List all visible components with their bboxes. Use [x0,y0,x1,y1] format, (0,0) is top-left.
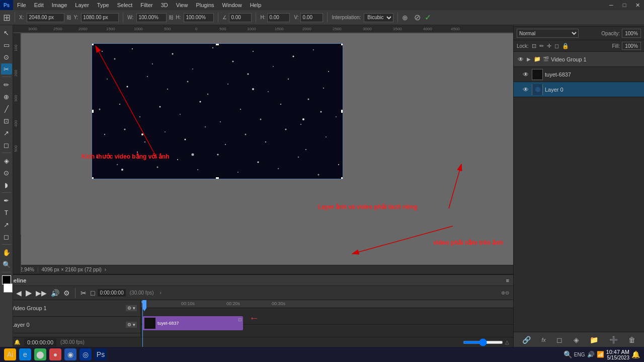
menu-image[interactable]: Image [48,0,71,10]
zoom-tool[interactable]: 🔍 [1,259,12,270]
clip-options-tuyet[interactable]: ⊡ [238,317,242,322]
timeline-convert-button[interactable]: □ [90,289,96,297]
timeline-settings-button[interactable]: ⚙ [62,289,71,297]
timeline-zoom-in-icon[interactable]: △ [505,339,509,345]
h-skew-input[interactable] [267,13,290,22]
timeline-mute-icon[interactable]: 🔔 [14,339,20,345]
lock-position-icon[interactable]: ✛ [547,43,551,49]
taskbar-notification-icon[interactable]: 🔔 [631,350,640,358]
playhead-line[interactable] [142,300,143,347]
taskbar-wifi-icon[interactable]: 📶 [597,351,604,358]
transform-handle-ml[interactable] [92,109,94,113]
layer-mask-button[interactable]: ◻ [555,335,564,345]
cancel-transform-icon[interactable]: ⊘ [414,13,421,22]
transform-handle-tl[interactable] [92,43,94,46]
taskbar-icon-illustrator[interactable]: Ai [4,348,16,360]
opacity-input[interactable] [622,29,641,38]
timeline-trim-button[interactable]: ✂ [79,289,88,297]
menu-type[interactable]: Type [93,0,113,10]
lock-brush-icon[interactable]: ✏ [539,43,544,49]
menu-layer[interactable]: Layer [71,0,93,10]
angle-input[interactable] [229,13,252,22]
confirm-transform-icon[interactable]: ✓ [425,13,431,22]
taskbar-icon-app4[interactable]: ● [49,348,61,360]
history-brush-tool[interactable]: ↗ [1,127,12,138]
x-input[interactable] [27,13,64,22]
timeline-collapse-icon[interactable]: ≡ [506,277,509,283]
lock-checkerboard-icon[interactable]: ⊡ [532,43,536,49]
layer-item-tuyet[interactable]: 👁 tuyet-6837 [514,67,644,82]
menu-view[interactable]: View [172,0,192,10]
text-tool[interactable]: T [1,207,12,218]
layer-item-video-group-1[interactable]: 👁 ▶ 📁 🎬 Video Group 1 [514,52,644,67]
heal-tool[interactable]: ⊕ [1,91,12,102]
shape-tool[interactable]: ◻ [1,231,12,242]
taskbar-icon-photoshop[interactable]: Ps [95,348,107,360]
timeline-play-button[interactable]: ▶ [25,288,33,298]
menu-edit[interactable]: Edit [30,0,48,10]
timeline-zoom-controls[interactable]: ⊕⊖ [501,290,509,296]
w-input[interactable] [136,13,167,22]
warp-icon[interactable]: ⊕ [402,14,408,22]
menu-help[interactable]: Help [246,0,266,10]
timeline-prev-frame-button[interactable]: ◀ [15,289,23,297]
clone-stamp-tool[interactable]: ⊡ [1,115,12,126]
blend-mode-dropdown[interactable]: Normal [517,29,579,38]
pen-tool[interactable]: ✒ [1,195,12,206]
status-arrow[interactable]: › [105,267,106,272]
taskbar-icon-chrome[interactable]: ⬤ [34,348,46,360]
hand-tool[interactable]: ✋ [1,247,12,258]
lock-all-icon[interactable]: 🔒 [562,43,569,49]
layer-group-button[interactable]: 📁 [589,335,599,345]
transform-handle-tr[interactable] [341,43,343,46]
fill-input[interactable] [622,42,641,50]
h-input[interactable] [184,13,214,22]
menu-window[interactable]: Window [218,0,246,10]
layer-fx-button[interactable]: fx [540,336,547,344]
close-button[interactable]: ✕ [631,0,644,10]
maximize-button[interactable]: □ [618,0,631,10]
layer-link-button[interactable]: 🔗 [521,335,532,345]
path-select-tool[interactable]: ↗ [1,219,12,230]
layer-visibility-icon-layer0[interactable]: 👁 [522,86,530,93]
transform-handle-br[interactable] [341,177,343,179]
lasso-tool[interactable]: ⊙ [1,51,12,62]
blur-tool[interactable]: ⊙ [1,167,12,178]
transform-handle-bl[interactable] [92,177,94,179]
lock-aspect-icon[interactable]: ⛓ [169,15,174,20]
taskbar-icon-discord[interactable]: ◉ [64,348,76,360]
menu-3d[interactable]: 3D [157,0,172,10]
taskbar-volume-icon[interactable]: 🔊 [587,351,595,358]
transform-handle-tm[interactable] [215,43,219,46]
crop-tool[interactable]: ✂ [1,63,12,75]
track-settings-button-1[interactable]: ⚙ ▾ [125,305,137,312]
interpolation-dropdown[interactable]: Bicubic [364,13,393,22]
layer-visibility-icon-tuyet[interactable]: 👁 [522,71,530,78]
timeline-next-frame-button[interactable]: ▶▶ [35,289,48,297]
minimize-button[interactable]: ─ [605,0,618,10]
menu-select[interactable]: Select [113,0,137,10]
brush-tool[interactable]: ╱ [1,103,12,114]
marquee-tool[interactable]: ▭ [1,39,12,50]
taskbar-icon-edge[interactable]: e [19,348,31,360]
menu-plugins[interactable]: Plugins [192,0,218,10]
move-tool[interactable]: ↖ [1,27,12,38]
layer-delete-button[interactable]: 🗑 [627,335,636,345]
menu-file[interactable]: File [13,0,30,10]
layer-expand-icon-group[interactable]: ▶ [527,56,531,62]
background-color-swatch[interactable] [4,283,13,293]
v-skew-input[interactable] [300,13,323,22]
timeline-scroll-right[interactable]: › [160,290,162,296]
timeline-zoom-slider[interactable] [463,341,503,344]
y-input[interactable] [81,13,119,22]
taskbar-search-icon[interactable]: 🔍 [564,350,572,358]
eraser-tool[interactable]: ◻ [1,139,12,151]
track-settings-button-2[interactable]: ⚙ ▾ [125,321,137,328]
transform-handle-mr[interactable] [341,109,343,113]
timeline-audio-button[interactable]: 🔊 [50,289,60,297]
eyedropper-tool[interactable]: ✏ [1,79,12,90]
dodge-tool[interactable]: ◗ [1,179,12,190]
layer-item-layer0[interactable]: 👁 Layer 0 [514,82,644,97]
transform-handle-bm[interactable] [215,177,219,179]
gradient-tool[interactable]: ◈ [1,155,12,166]
